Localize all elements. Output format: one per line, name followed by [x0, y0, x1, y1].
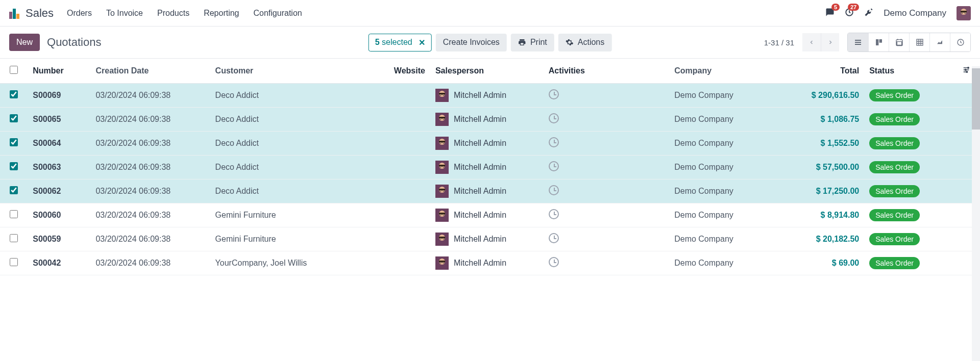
header-creation-date[interactable]: Creation Date [90, 59, 210, 84]
svg-point-10 [966, 71, 968, 73]
nav-orders[interactable]: Orders [67, 9, 92, 18]
view-kanban-button[interactable] [868, 33, 889, 51]
salesperson-avatar [435, 233, 449, 246]
salesperson-avatar [435, 89, 449, 102]
table-row[interactable]: S0006903/20/2024 06:09:38Deco AddictMitc… [0, 84, 980, 108]
status-badge: Sales Order [869, 161, 920, 173]
activity-clock-icon[interactable] [549, 257, 559, 267]
cell-website [374, 251, 430, 275]
cell-activities[interactable] [544, 179, 669, 203]
create-invoices-button[interactable]: Create Invoices [436, 34, 507, 51]
company-name[interactable]: Demo Company [884, 8, 946, 18]
row-checkbox[interactable] [10, 258, 18, 266]
app-title[interactable]: Sales [26, 7, 54, 20]
header-website[interactable]: Website [374, 59, 430, 84]
table-header-row: Number Creation Date Customer Website Sa… [0, 59, 980, 84]
cell-activities[interactable] [544, 203, 669, 227]
messages-badge: 5 [831, 4, 840, 11]
nav-reporting[interactable]: Reporting [204, 9, 239, 18]
header-total[interactable]: Total [776, 59, 865, 84]
print-button[interactable]: Print [511, 34, 554, 51]
cell-status: Sales Order [864, 227, 952, 251]
table-row[interactable]: S0005903/20/2024 06:09:38Gemini Furnitur… [0, 227, 980, 251]
row-checkbox[interactable] [10, 90, 18, 98]
cell-status: Sales Order [864, 179, 952, 203]
header-number[interactable]: Number [28, 59, 90, 84]
status-badge: Sales Order [869, 113, 920, 125]
cell-website [374, 84, 430, 108]
cell-date: 03/20/2024 06:09:38 [90, 251, 210, 275]
pivot-icon [916, 38, 924, 46]
table-row[interactable]: S0006203/20/2024 06:09:38Deco AddictMitc… [0, 179, 980, 203]
tools-icon[interactable] [864, 8, 873, 18]
app-logo[interactable]: Sales [9, 7, 54, 20]
status-badge: Sales Order [869, 257, 920, 269]
table-row[interactable]: S0006303/20/2024 06:09:38Deco AddictMitc… [0, 156, 980, 179]
activity-clock-icon[interactable] [549, 137, 559, 147]
cell-activities[interactable] [544, 132, 669, 156]
logo-icon [9, 8, 20, 19]
actions-button[interactable]: Actions [558, 34, 611, 51]
pager-prev-button[interactable] [802, 33, 821, 51]
user-avatar[interactable] [957, 6, 971, 20]
salesperson-avatar [435, 185, 449, 198]
cell-status: Sales Order [864, 108, 952, 132]
activity-clock-icon[interactable] [549, 233, 559, 243]
cell-activities[interactable] [544, 251, 669, 275]
header-customer[interactable]: Customer [210, 59, 374, 84]
cell-activities[interactable] [544, 84, 669, 108]
activity-clock-icon[interactable] [549, 209, 559, 219]
header-activities[interactable]: Activities [544, 59, 669, 84]
activities-icon[interactable]: 27 [845, 8, 854, 18]
select-all-checkbox[interactable] [10, 66, 18, 74]
cell-activities[interactable] [544, 227, 669, 251]
clear-selection-icon[interactable]: ✕ [419, 38, 425, 47]
view-calendar-button[interactable] [889, 33, 909, 51]
cell-company: Demo Company [669, 84, 776, 108]
row-checkbox[interactable] [10, 162, 18, 170]
cell-activities[interactable] [544, 156, 669, 179]
cell-status: Sales Order [864, 132, 952, 156]
table-row[interactable]: S0006003/20/2024 06:09:38Gemini Furnitur… [0, 203, 980, 227]
header-status[interactable]: Status [864, 59, 952, 84]
nav-configuration[interactable]: Configuration [254, 9, 302, 18]
header-company[interactable]: Company [669, 59, 776, 84]
view-list-button[interactable] [848, 33, 868, 51]
row-checkbox[interactable] [10, 138, 18, 146]
pager-buttons [802, 33, 839, 51]
pager-next-button[interactable] [821, 33, 839, 51]
cell-customer: Gemini Furniture [210, 227, 374, 251]
activity-clock-icon[interactable] [549, 161, 559, 171]
nav-products[interactable]: Products [157, 9, 189, 18]
cell-salesperson: Mitchell Admin [435, 89, 538, 102]
cell-customer: Deco Addict [210, 108, 374, 132]
cell-date: 03/20/2024 06:09:38 [90, 156, 210, 179]
messages-icon[interactable]: 5 [825, 8, 835, 18]
cell-number: S00059 [28, 227, 90, 251]
cell-number: S00060 [28, 203, 90, 227]
table-row[interactable]: S0004203/20/2024 06:09:38YourCompany, Jo… [0, 251, 980, 275]
salesperson-avatar [435, 113, 449, 126]
cell-customer: YourCompany, Joel Willis [210, 251, 374, 275]
view-activity-button[interactable] [950, 33, 970, 51]
table-row[interactable]: S0006503/20/2024 06:09:38Deco AddictMitc… [0, 108, 980, 132]
row-checkbox[interactable] [10, 114, 18, 122]
activity-clock-icon[interactable] [549, 113, 559, 123]
table-row[interactable]: S0006403/20/2024 06:09:38Deco AddictMitc… [0, 132, 980, 156]
cell-total: $ 8,914.80 [776, 203, 865, 227]
scrollbar[interactable] [972, 66, 980, 275]
row-checkbox[interactable] [10, 234, 18, 242]
cell-status: Sales Order [864, 84, 952, 108]
status-badge: Sales Order [869, 233, 920, 245]
header-salesperson[interactable]: Salesperson [430, 59, 544, 84]
pager-text[interactable]: 1-31 / 31 [764, 38, 794, 47]
cell-activities[interactable] [544, 108, 669, 132]
view-graph-button[interactable] [929, 33, 950, 51]
activity-clock-icon[interactable] [549, 89, 559, 99]
nav-to-invoice[interactable]: To Invoice [106, 9, 143, 18]
view-pivot-button[interactable] [909, 33, 929, 51]
activity-clock-icon[interactable] [549, 185, 559, 195]
row-checkbox[interactable] [10, 186, 18, 194]
new-button[interactable]: New [9, 34, 40, 51]
row-checkbox[interactable] [10, 210, 18, 218]
